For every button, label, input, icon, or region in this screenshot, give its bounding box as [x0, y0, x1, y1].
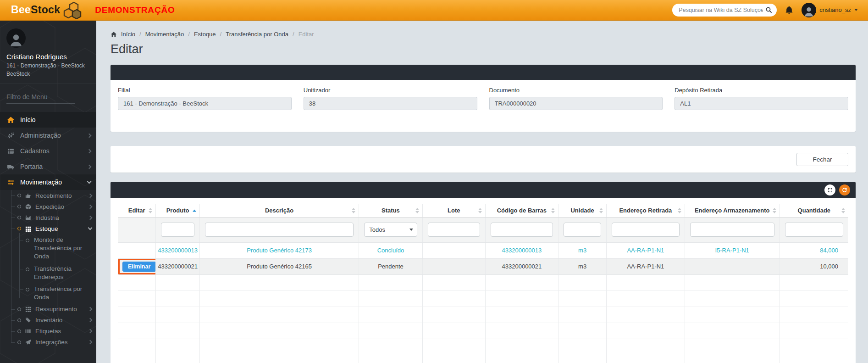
sidebar-item-label: Movimentação: [20, 179, 62, 186]
cell-quantidade[interactable]: 84,000: [780, 242, 848, 258]
field-documento: Documento: [489, 87, 663, 110]
breadcrumb-inicio[interactable]: Início: [121, 31, 135, 38]
sidebar-item-recebimento[interactable]: Recebimento: [0, 190, 96, 201]
filter-quantidade-input[interactable]: [785, 223, 843, 237]
wiki-search-input[interactable]: [672, 4, 777, 17]
filter-descricao-input[interactable]: [205, 223, 354, 237]
chevron-right-icon: [88, 193, 93, 198]
breadcrumb-separator: /: [293, 31, 294, 38]
column-header-unidade[interactable]: Unidade: [558, 204, 607, 217]
cell-status[interactable]: Concluído: [359, 242, 423, 258]
search-icon[interactable]: [765, 6, 773, 14]
filter-lote-input[interactable]: [428, 223, 480, 237]
status-filter-value: Todos: [369, 226, 385, 233]
actions-panel: Fechar: [111, 146, 856, 173]
list-icon: [6, 147, 15, 155]
cell-endereco-armazenamento: [685, 258, 780, 274]
breadcrumb-movimentacao[interactable]: Movimentação: [145, 31, 184, 38]
sidebar-item-inventario[interactable]: Inventário: [0, 315, 96, 326]
eliminar-button[interactable]: Eliminar: [122, 262, 156, 272]
filter-endereco-armazenamento-input[interactable]: [690, 223, 774, 237]
column-header-editar[interactable]: Editar: [118, 204, 156, 217]
fullscreen-button[interactable]: [824, 184, 835, 195]
cell-produto: 433200000021: [156, 258, 200, 274]
sidebar-item-transferencia-enderecos[interactable]: Transferência Endereços: [0, 263, 96, 283]
sort-icon: [841, 208, 845, 213]
factory-icon: [24, 214, 32, 221]
breadcrumb-separator: /: [139, 31, 141, 38]
sidebar-user-name: Cristiano Rodrigues: [6, 53, 90, 61]
status-filter-select[interactable]: Todos: [364, 223, 417, 237]
column-header-endereco-retirada[interactable]: Endereço Retirada: [607, 204, 685, 217]
sidebar-item-expedicao[interactable]: Expedição: [0, 201, 96, 212]
cell-codigo-de-barras[interactable]: 433200000013: [485, 242, 558, 258]
cell-endereco-retirada[interactable]: AA-RA-P1-N1: [607, 242, 685, 258]
column-header-status[interactable]: Status: [359, 204, 423, 217]
sidebar-item-label: Recebimento: [35, 192, 72, 199]
cell-lote: [422, 258, 485, 274]
column-header-descricao[interactable]: Descrição: [199, 204, 359, 217]
filter-unidade-input[interactable]: [564, 223, 601, 237]
sidebar-item-industria[interactable]: Indústria: [0, 212, 96, 223]
home-icon: [6, 116, 15, 124]
sidebar-item-label: Expedição: [35, 203, 64, 210]
chevron-down-icon: [88, 226, 93, 230]
shipping-box-icon: [24, 203, 32, 210]
breadcrumb-estoque[interactable]: Estoque: [194, 31, 216, 38]
sidebar-item-transferencia-onda[interactable]: Transferência por Onda: [0, 283, 96, 303]
table-row: 433200000013 Produto Genérico 42173 Conc…: [118, 242, 848, 258]
menu-filter-input[interactable]: [6, 91, 75, 104]
sidebar-item-administracao[interactable]: Administração: [0, 128, 96, 143]
sort-icon: [599, 208, 603, 213]
sidebar-item-integracoes[interactable]: Integrações: [0, 337, 96, 348]
column-header-codigo-de-barras[interactable]: Código de Barras: [485, 204, 558, 217]
empty-row: [118, 274, 848, 290]
close-button[interactable]: Fechar: [796, 153, 848, 166]
environment-label: DEMONSTRAÇÃO: [95, 5, 175, 15]
main-content: Início / Movimentação / Estoque / Transf…: [96, 21, 868, 363]
beestock-logo[interactable]: BeeStock: [11, 1, 82, 19]
user-avatar: [802, 3, 816, 17]
cell-endereco-armazenamento[interactable]: I5-RA-P1-N1: [685, 242, 780, 258]
person-icon: [8, 32, 24, 48]
sidebar-item-cadastros[interactable]: Cadastros: [0, 143, 96, 159]
sidebar-item-label: Indústria: [35, 214, 59, 221]
filter-endereco-retirada-input[interactable]: [612, 223, 679, 237]
sidebar-item-inicio[interactable]: Início: [0, 112, 96, 128]
sidebar-item-estoque[interactable]: Estoque: [0, 223, 96, 234]
notifications-bell-icon[interactable]: [785, 6, 793, 14]
column-header-lote[interactable]: Lote: [422, 204, 485, 217]
page-title: Editar: [111, 42, 856, 56]
chevron-down-icon: [87, 179, 92, 184]
user-menu[interactable]: cristiano_sz: [802, 3, 858, 17]
gears-icon: [6, 132, 15, 140]
breadcrumb-separator: /: [220, 31, 222, 38]
refresh-button[interactable]: [839, 184, 850, 195]
cell-produto[interactable]: 433200000013: [156, 242, 200, 258]
column-header-endereco-armazenamento[interactable]: Endereço Armazenamento: [685, 204, 780, 217]
cell-unidade[interactable]: m3: [558, 242, 607, 258]
sidebar-user-system: BeeStock: [6, 71, 90, 77]
cell-descricao[interactable]: Produto Genérico 42173: [199, 242, 359, 258]
highlight-annotation: Eliminar: [118, 258, 156, 274]
chevron-right-icon: [87, 149, 92, 153]
sidebar-item-etiquetas[interactable]: Etiquetas: [0, 326, 96, 337]
filter-codigo-de-barras-input[interactable]: [491, 223, 553, 237]
chevron-right-icon: [88, 307, 93, 312]
cell-quantidade: 10,000: [780, 258, 848, 274]
sidebar-item-label: Portaria: [20, 163, 43, 170]
caret-down-icon: [854, 9, 858, 11]
sidebar-item-ressuprimento[interactable]: Ressuprimento: [0, 304, 96, 315]
sidebar-item-monitor-transferencia-onda[interactable]: Monitor de Transferência por Onda: [0, 234, 96, 263]
breadcrumb-transferencia-por-onda[interactable]: Transferência por Onda: [226, 31, 288, 38]
sidebar-item-movimentacao[interactable]: Movimentação: [0, 174, 96, 190]
field-documento-label: Documento: [489, 87, 663, 94]
sidebar-item-portaria[interactable]: Portaria: [0, 159, 96, 174]
filter-produto-input[interactable]: [161, 223, 194, 237]
sidebar-item-label: Estoque: [35, 225, 58, 232]
table-filter-row: Todos: [118, 217, 848, 242]
column-header-produto[interactable]: Produto: [156, 204, 200, 217]
column-header-quantidade[interactable]: Quantidade: [780, 204, 848, 217]
chevron-right-icon: [88, 318, 93, 323]
sort-icon: [478, 208, 482, 213]
